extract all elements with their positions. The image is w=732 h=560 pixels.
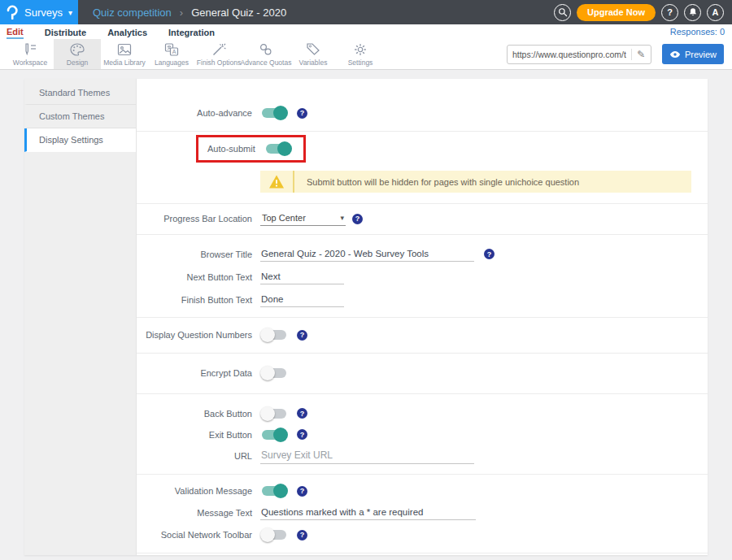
tab-analytics[interactable]: Analytics	[107, 26, 147, 38]
media-library-icon	[116, 42, 133, 57]
toolbar-item-label: Advance Quotas	[241, 59, 292, 67]
toolbar-item-design[interactable]: Design	[54, 39, 101, 69]
auto-submit-warning: Submit button will be hidden for pages w…	[260, 171, 691, 193]
toolbar-item-label: Finish Options	[197, 59, 241, 67]
display-settings-panel: Auto-advance ? Auto-submit	[137, 79, 708, 555]
survey-url-input[interactable]	[508, 50, 631, 59]
auto-advance-label: Auto-advance	[137, 108, 260, 118]
section-validation: Validation Message ? Message Text Social…	[137, 475, 708, 553]
section-auto-submit: Auto-submit Submit button will be hidden…	[137, 132, 708, 204]
chevron-down-icon: ▾	[68, 8, 72, 17]
progress-bar-location-select[interactable]: Top Center ▾	[260, 211, 346, 226]
search-button[interactable]	[554, 4, 571, 21]
help-icon[interactable]: ?	[297, 530, 307, 540]
survey-tab-nav: Edit Distribute Analytics Integration Re…	[0, 24, 732, 39]
breadcrumb-folder[interactable]: Quiz competition	[93, 7, 172, 19]
exit-button-toggle[interactable]	[260, 427, 288, 443]
encrypt-data-label: Encrypt Data	[137, 368, 260, 378]
chevron-down-icon: ▾	[340, 214, 344, 222]
toolbar-item-workspace[interactable]: Workspace	[7, 39, 54, 69]
toolbar-item-label: Variables	[299, 59, 328, 67]
message-text-input[interactable]	[260, 506, 476, 520]
warning-text: Submit button will be hidden for pages w…	[294, 177, 579, 187]
edit-toolbar: Workspace Design Media Library A Languag…	[0, 39, 732, 70]
toolbar-item-label: Languages	[155, 59, 189, 67]
questionpro-logo-icon	[6, 5, 19, 20]
annotation-highlight-box: Auto-submit	[196, 135, 306, 163]
toolbar-item-languages[interactable]: A Languages	[148, 39, 195, 69]
validation-message-label: Validation Message	[137, 486, 260, 496]
help-icon[interactable]: ?	[484, 249, 495, 259]
message-text-label: Message Text	[137, 508, 260, 518]
toolbar-item-settings[interactable]: Settings	[337, 39, 384, 69]
display-question-numbers-toggle[interactable]	[260, 327, 288, 343]
languages-icon: A	[163, 42, 180, 57]
design-sidebar: Standard Themes Custom Themes Display Se…	[24, 79, 137, 555]
exit-url-label: URL	[137, 451, 260, 461]
section-question-numbers: Display Question Numbers ?	[137, 318, 708, 354]
toolbar-item-label: Workspace	[13, 59, 47, 67]
edit-url-pencil-icon[interactable]: ✎	[631, 49, 651, 60]
section-encrypt-data: Encrypt Data	[137, 354, 708, 394]
bell-icon	[688, 7, 698, 17]
help-icon[interactable]: ?	[297, 108, 307, 119]
notifications-button[interactable]	[684, 4, 701, 21]
tab-distribute[interactable]: Distribute	[45, 26, 86, 38]
breadcrumb: Quiz competition › General Quiz - 2020	[93, 7, 286, 19]
auto-submit-toggle[interactable]	[264, 141, 292, 157]
help-icon[interactable]: ?	[297, 330, 307, 341]
sidebar-item-standard-themes[interactable]: Standard Themes	[24, 81, 136, 105]
eye-icon	[669, 50, 681, 59]
browser-title-label: Browser Title	[137, 250, 260, 259]
section-navigation-buttons: Back Button ? Exit Button ? URL	[137, 394, 708, 475]
product-switcher[interactable]: Surveys ▾	[0, 0, 78, 24]
finish-button-text-input[interactable]	[260, 293, 344, 307]
back-button-toggle[interactable]	[260, 406, 288, 422]
tab-edit[interactable]: Edit	[7, 25, 24, 39]
validation-message-toggle[interactable]	[260, 483, 288, 499]
help-menu-button[interactable]: ?	[661, 4, 678, 21]
toolbar-item-media-library[interactable]: Media Library	[101, 39, 148, 69]
section-auto-advance: Auto-advance ?	[137, 79, 708, 132]
help-icon[interactable]: ?	[352, 214, 363, 224]
help-icon[interactable]: ?	[297, 486, 307, 497]
exit-button-label: Exit Button	[137, 430, 260, 440]
social-network-toolbar-label: Social Network Toolbar	[137, 530, 260, 540]
breadcrumb-survey-title: General Quiz - 2020	[191, 7, 286, 19]
exit-url-input[interactable]	[260, 448, 474, 464]
magic-wand-icon	[211, 42, 227, 57]
toolbar-right: ✎ Preview	[507, 39, 732, 69]
toolbar-item-variables[interactable]: Variables	[290, 39, 337, 69]
responses-count[interactable]: Responses: 0	[670, 27, 725, 37]
help-icon[interactable]: ?	[297, 429, 307, 440]
upgrade-now-button[interactable]: Upgrade Now	[577, 4, 656, 21]
topbar-actions: Upgrade Now ? A	[554, 4, 732, 21]
auto-advance-toggle[interactable]	[260, 105, 288, 121]
section-save: Save	[137, 553, 708, 555]
tab-integration[interactable]: Integration	[168, 26, 215, 38]
social-network-toolbar-toggle[interactable]	[260, 527, 288, 543]
toolbar-item-label: Media Library	[103, 59, 146, 67]
sidebar-item-display-settings[interactable]: Display Settings	[24, 128, 136, 152]
encrypt-data-toggle[interactable]	[260, 365, 288, 381]
tag-icon	[305, 42, 321, 57]
selected-option: Top Center	[262, 213, 306, 223]
toolbar-item-finish-options[interactable]: Finish Options	[195, 39, 242, 69]
warning-triangle-icon	[260, 171, 294, 193]
browser-title-input[interactable]	[260, 247, 474, 262]
search-icon	[558, 7, 568, 17]
sidebar-item-custom-themes[interactable]: Custom Themes	[24, 105, 136, 128]
preview-button[interactable]: Preview	[662, 44, 724, 64]
svg-text:A: A	[172, 49, 176, 54]
gear-icon	[352, 42, 368, 57]
product-name: Surveys	[24, 7, 63, 19]
breadcrumb-separator-icon: ›	[180, 7, 183, 19]
next-button-text-label: Next Button Text	[137, 272, 260, 282]
progress-bar-location-label: Progress Bar Location	[137, 214, 260, 224]
toolbar-item-advance-quotas[interactable]: Advance Quotas	[242, 39, 290, 69]
auto-submit-label: Auto-submit	[207, 144, 255, 154]
next-button-text-input[interactable]	[260, 270, 344, 284]
section-progress-bar: Progress Bar Location Top Center ▾ ?	[137, 204, 708, 235]
account-avatar[interactable]: A	[707, 4, 724, 21]
help-icon[interactable]: ?	[297, 408, 307, 419]
